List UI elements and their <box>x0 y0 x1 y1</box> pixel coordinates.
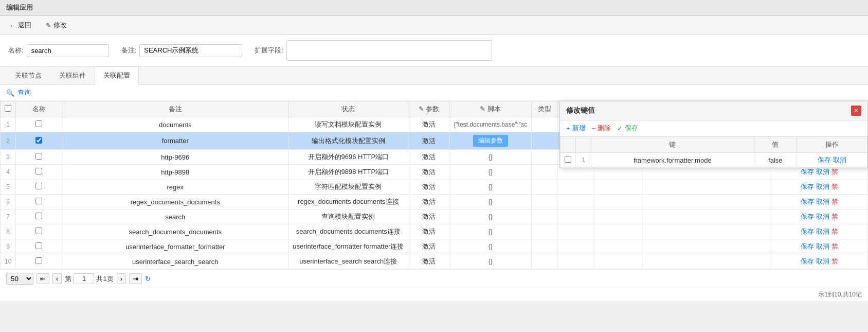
query-bar: 🔍 查询 <box>0 85 868 101</box>
row-checkbox-3[interactable] <box>35 153 42 160</box>
name-input[interactable] <box>27 44 109 57</box>
disable-link-4[interactable]: 禁 <box>831 167 838 177</box>
last-page-btn[interactable]: ⇥ <box>129 273 142 284</box>
row-ext <box>593 224 642 239</box>
row-type <box>557 195 593 209</box>
row-checkbox <box>16 132 62 150</box>
save-link-4[interactable]: 保存 <box>801 167 814 177</box>
row-params: {} <box>449 224 532 239</box>
back-button[interactable]: ← 返回 <box>6 19 34 31</box>
row-checkbox-1[interactable] <box>35 120 42 127</box>
modal-save-btn[interactable]: ✓ 保存 <box>617 124 638 133</box>
minus-icon: − <box>592 125 596 132</box>
row-ext <box>593 195 642 209</box>
modal-close-btn[interactable]: ✕ <box>851 106 861 116</box>
disable-link-5[interactable]: 禁 <box>831 182 838 191</box>
modal-table: 键 值 操作 1 framework.formatter.mode false … <box>560 136 867 168</box>
name-field: 名称: <box>8 44 109 57</box>
row-name: regex_documents_documents <box>62 195 288 209</box>
row-params: {} <box>449 195 532 209</box>
name-label: 名称: <box>8 46 24 55</box>
select-all-checkbox[interactable] <box>5 105 11 112</box>
row-ext <box>593 209 642 224</box>
row-checkbox-5[interactable] <box>35 183 42 189</box>
row-name: userinterface_formatter_formatter <box>62 239 288 254</box>
row-checkbox-6[interactable] <box>35 198 42 204</box>
first-page-btn[interactable]: ⇤ <box>37 273 49 284</box>
row-checkbox-2[interactable] <box>35 137 42 144</box>
disable-link-10[interactable]: 禁 <box>831 257 838 266</box>
row-checkbox-7[interactable] <box>35 213 42 219</box>
row-name: userinterface_search_search <box>62 254 288 269</box>
note-input[interactable] <box>139 44 242 57</box>
row-num: 5 <box>1 180 16 195</box>
save-link-6[interactable]: 保存 <box>801 197 814 206</box>
form-area: 名称: 备注: 扩展字段: <box>0 35 868 66</box>
cancel-link-9[interactable]: 取消 <box>816 242 829 251</box>
row-name: http-9898 <box>62 165 288 180</box>
row-note: search_documents documents连接 <box>288 224 408 239</box>
prev-page-btn[interactable]: ‹ <box>52 273 62 284</box>
row-status: 激活 <box>408 165 449 180</box>
cancel-link-6[interactable]: 取消 <box>816 197 829 206</box>
save-link-8[interactable]: 保存 <box>801 227 814 236</box>
row-name: search <box>62 209 288 224</box>
modal-row-checkbox-1[interactable] <box>565 156 571 163</box>
per-page-select[interactable]: 10 20 50 100 <box>6 273 33 285</box>
col-note: 备注 <box>62 101 288 117</box>
pencil-icon-params: ✎ <box>419 105 424 113</box>
save-link-9[interactable]: 保存 <box>801 242 814 251</box>
row-note: regex_documents documents连接 <box>288 195 408 209</box>
disable-link-8[interactable]: 禁 <box>831 227 838 236</box>
modal-header: 修改键值 ✕ <box>560 101 867 120</box>
query-button[interactable]: 查询 <box>17 88 31 97</box>
cancel-link-8[interactable]: 取消 <box>816 227 829 236</box>
row-checkbox-8[interactable] <box>35 228 42 234</box>
row-note: 输出格式化模块配置实例 <box>288 132 408 150</box>
edit-button[interactable]: ✎ 修改 <box>43 19 70 31</box>
disable-link-6[interactable]: 禁 <box>831 197 838 206</box>
disable-link-9[interactable]: 禁 <box>831 242 838 251</box>
row-checkbox-9[interactable] <box>35 242 42 249</box>
save-link-10[interactable]: 保存 <box>801 257 814 266</box>
disable-link-7[interactable]: 禁 <box>831 212 838 221</box>
row-checkbox-10[interactable] <box>35 257 42 264</box>
save-link-7[interactable]: 保存 <box>801 212 814 221</box>
page-title: 编辑应用 <box>0 0 868 16</box>
row-script <box>532 224 557 239</box>
modal-delete-btn[interactable]: − 删除 <box>592 124 611 133</box>
tab-config[interactable]: 关联配置 <box>95 66 139 85</box>
row-actions: 保存 取消 禁 <box>771 224 867 239</box>
row-checkbox-4[interactable] <box>35 168 42 174</box>
modal-col-key: 键 <box>591 137 754 153</box>
row-status: 激活 <box>408 224 449 239</box>
page-label: 第 <box>65 274 71 284</box>
cancel-link-10[interactable]: 取消 <box>816 257 829 266</box>
row-params: 编辑参数 <box>449 132 532 150</box>
row-type <box>557 239 593 254</box>
modal-save-link-1[interactable]: 保存 <box>818 155 831 165</box>
next-page-btn[interactable]: › <box>117 273 126 284</box>
main-content: 名称 备注 状态 ✎ 参数 ✎ 脚本 类型 扩展字段 关联扩展字段 操作 <box>0 101 868 301</box>
row-status: 激活 <box>408 209 449 224</box>
row-num: 6 <box>1 195 16 209</box>
refresh-btn[interactable]: ↻ <box>145 275 151 283</box>
save-link-5[interactable]: 保存 <box>801 182 814 191</box>
page-number-input[interactable] <box>74 273 94 284</box>
edit-params-btn[interactable]: 编辑参数 <box>473 135 508 147</box>
row-checkbox <box>16 209 62 224</box>
row-status: 激活 <box>408 254 449 269</box>
cancel-link-7[interactable]: 取消 <box>816 212 829 221</box>
cancel-link-4[interactable]: 取消 <box>816 167 829 177</box>
row-checkbox <box>16 150 62 165</box>
cancel-link-5[interactable]: 取消 <box>816 182 829 191</box>
row-num: 4 <box>1 165 16 180</box>
row-status: 激活 <box>408 180 449 195</box>
modal-add-btn[interactable]: + 新增 <box>566 124 586 133</box>
tab-components[interactable]: 关联组件 <box>50 66 95 84</box>
ext-input[interactable] <box>286 40 492 61</box>
modal-table-row: 1 framework.formatter.mode false 保存 取消 <box>560 153 867 168</box>
row-ext <box>593 254 642 269</box>
tab-nodes[interactable]: 关联节点 <box>6 66 50 84</box>
modal-cancel-link-1[interactable]: 取消 <box>833 155 846 165</box>
